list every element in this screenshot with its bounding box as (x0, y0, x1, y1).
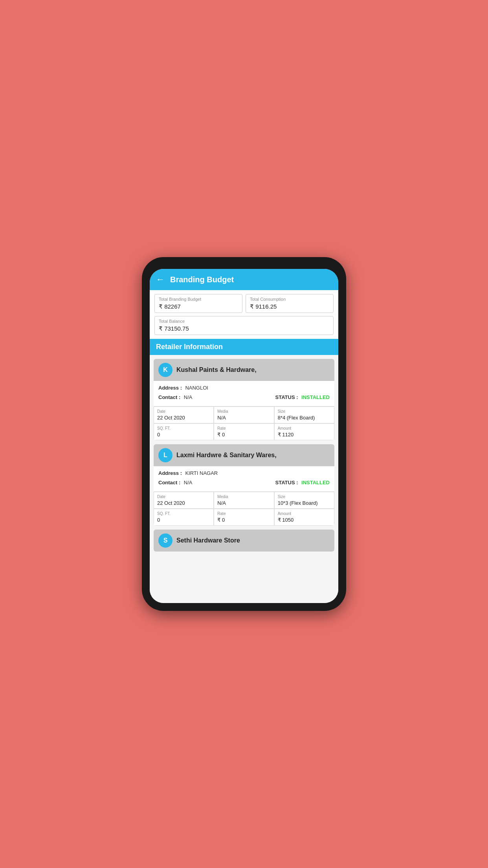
retailer-1-rate-cell: Rate ₹ 0 (214, 423, 274, 440)
retailer-2-data-grid: Date 22 Oct 2020 Media N/A Size 10*3 (Fl… (154, 491, 334, 526)
content-area: Total Branding Budget ₹ 82267 Total Cons… (150, 290, 338, 603)
retailer-2-address: Address : KIRTI NAGAR (158, 469, 218, 476)
retailer-2-address-row: Address : KIRTI NAGAR (158, 469, 330, 476)
retailer-2-name: Laxmi Hardwre & Sanitary Wares, (176, 452, 277, 459)
retailer-1-status: STATUS : INSTALLED (275, 394, 330, 401)
retailer-1-contact: Contact : N/A (158, 394, 192, 401)
phone-screen: ← Branding Budget Total Branding Budget … (150, 269, 338, 603)
retailer-2-size-cell: Size 10*3 (Flex Board) (274, 492, 334, 509)
retailer-1-name: Kushal Paints & Hardware, (176, 366, 257, 373)
retailer-2-contact-status-row: Contact : N/A STATUS : INSTALLED (158, 479, 330, 486)
retailer-1-contact-status-row: Contact : N/A STATUS : INSTALLED (158, 394, 330, 401)
app-header: ← Branding Budget (150, 269, 338, 290)
retailer-2-sqft-cell: SQ. FT. 0 (154, 509, 214, 526)
retailer-1-media-cell: Media N/A (214, 406, 274, 423)
total-branding-budget-value: ₹ 82267 (159, 303, 238, 310)
phone-frame: ← Branding Budget Total Branding Budget … (142, 257, 346, 611)
retailer-1-amount-cell: Amount ₹ 1120 (274, 423, 334, 440)
total-balance-box: Total Balance ₹ 73150.75 (154, 316, 334, 335)
retailer-1-size-cell: Size 8*4 (Flex Board) (274, 406, 334, 423)
page-title: Branding Budget (170, 275, 234, 284)
retailer-1-address-row: Address : NANGLOI (158, 384, 330, 391)
retailer-3-avatar: S (158, 533, 172, 548)
total-consumption-value: ₹ 9116.25 (250, 303, 329, 310)
retailer-1-details: Address : NANGLOI Contact : N/A STATUS :… (154, 381, 334, 406)
total-branding-budget-label: Total Branding Budget (159, 297, 238, 302)
retailer-2-status: STATUS : INSTALLED (275, 479, 330, 486)
retailer-card-2: L Laxmi Hardwre & Sanitary Wares, Addres… (154, 444, 334, 526)
retailer-2-amount-cell: Amount ₹ 1050 (274, 509, 334, 526)
retailer-card-1: K Kushal Paints & Hardware, Address : NA… (154, 359, 334, 440)
retailer-2-details: Address : KIRTI NAGAR Contact : N/A STAT… (154, 466, 334, 491)
retailer-1-sqft-cell: SQ. FT. 0 (154, 423, 214, 440)
total-balance-value: ₹ 73150.75 (159, 325, 329, 332)
retailer-1-date-cell: Date 22 Oct 2020 (154, 406, 214, 423)
retailer-1-avatar: K (158, 363, 172, 377)
total-consumption-label: Total Consumption (250, 297, 329, 302)
retailer-2-avatar: L (158, 448, 172, 462)
retailer-1-address-label: Address : NANGLOI (158, 384, 208, 391)
retailer-2-date-cell: Date 22 Oct 2020 (154, 492, 214, 509)
retailer-card-3-partial: S Sethi Hardware Store (154, 530, 334, 552)
retailer-2-name-row: L Laxmi Hardwre & Sanitary Wares, (154, 444, 334, 466)
retailer-3-name-row: S Sethi Hardware Store (154, 530, 334, 552)
back-button[interactable]: ← (156, 274, 165, 285)
retailer-2-media-cell: Media N/A (214, 492, 274, 509)
retailer-1-data-grid: Date 22 Oct 2020 Media N/A Size 8*4 (Fle… (154, 406, 334, 440)
retailer-section-header: Retailer Information (150, 339, 338, 355)
budget-summary: Total Branding Budget ₹ 82267 Total Cons… (150, 290, 338, 339)
budget-top-row: Total Branding Budget ₹ 82267 Total Cons… (154, 294, 334, 313)
retailer-1-name-row: K Kushal Paints & Hardware, (154, 359, 334, 381)
total-balance-label: Total Balance (159, 319, 329, 324)
total-consumption-box: Total Consumption ₹ 9116.25 (246, 294, 334, 313)
total-branding-budget-box: Total Branding Budget ₹ 82267 (154, 294, 242, 313)
retailer-2-rate-cell: Rate ₹ 0 (214, 509, 274, 526)
retailer-3-name: Sethi Hardware Store (176, 537, 240, 544)
retailer-2-contact: Contact : N/A (158, 479, 192, 486)
retailer-section-title: Retailer Information (156, 343, 223, 351)
